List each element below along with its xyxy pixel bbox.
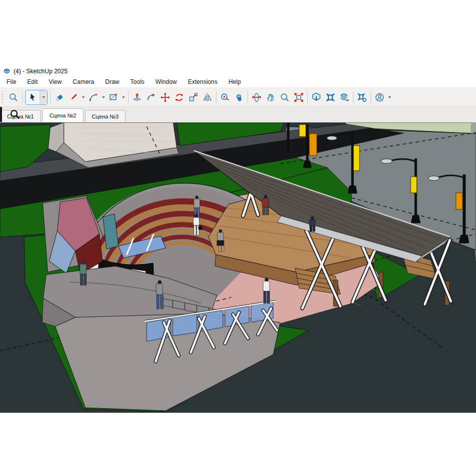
select-tool-group <box>25 90 48 105</box>
select-tool-button[interactable] <box>26 90 40 104</box>
rectangle-icon <box>108 92 119 103</box>
rotate-icon <box>174 92 185 103</box>
toolbar-separator <box>128 91 129 103</box>
zoom-icon <box>279 92 290 103</box>
search-icon <box>9 108 21 121</box>
scene-tab-bar: Сцена №1 Сцена №2 Сцена №3 <box>0 107 476 123</box>
follow-me-button[interactable] <box>144 90 158 105</box>
search-icon <box>8 92 19 103</box>
pan-button[interactable] <box>264 90 278 105</box>
scene-tab-3[interactable]: Сцена №3 <box>85 110 126 122</box>
chevron-down-icon[interactable] <box>388 96 391 98</box>
toolbar-separator <box>50 91 51 103</box>
zoom-extents-icon <box>293 92 304 103</box>
chevron-down-icon <box>42 96 45 98</box>
menu-extensions[interactable]: Extensions <box>182 76 223 87</box>
toolbar-separator <box>216 91 216 103</box>
push-pull-button[interactable] <box>130 90 144 105</box>
paint-bucket-button[interactable] <box>232 90 246 105</box>
trimble-connect-button[interactable] <box>323 90 337 105</box>
sketchup-logo-icon <box>3 67 11 75</box>
menu-edit[interactable]: Edit <box>22 76 43 87</box>
menu-draw[interactable]: Draw <box>100 76 125 87</box>
tape-measure-button[interactable] <box>218 90 232 105</box>
arc-tool-button[interactable] <box>86 90 100 105</box>
pan-hand-icon <box>265 92 276 103</box>
zoom-button[interactable] <box>278 90 292 105</box>
rectangle-tool-button[interactable] <box>106 90 121 105</box>
paint-bucket-icon <box>233 92 245 103</box>
zoom-extents-button[interactable] <box>292 90 306 105</box>
scale-icon <box>188 92 199 103</box>
move-button[interactable] <box>158 90 172 105</box>
flip-icon <box>202 92 213 103</box>
chevron-down-icon[interactable] <box>102 96 105 98</box>
extension-manager-icon <box>356 92 368 103</box>
3d-warehouse-icon <box>311 92 322 103</box>
toolbar-separator <box>307 91 308 103</box>
orbit-button[interactable] <box>250 90 264 105</box>
menu-file[interactable]: File <box>1 76 22 87</box>
eraser-icon <box>54 92 65 103</box>
select-tool-dropdown[interactable] <box>40 90 47 104</box>
toolbar-separator <box>353 91 353 103</box>
search-model-button[interactable] <box>9 108 21 121</box>
account-icon <box>374 92 385 103</box>
viewport-canvas[interactable]: ФИ ША <box>0 123 476 413</box>
account-button[interactable] <box>373 90 387 105</box>
freehand-pencil-button[interactable] <box>66 90 80 105</box>
rotate-button[interactable] <box>172 90 186 105</box>
scene-tab-2[interactable]: Сцена №2 <box>42 108 83 122</box>
share-model-icon <box>339 92 350 103</box>
chevron-down-icon[interactable] <box>82 96 85 98</box>
flip-button[interactable] <box>200 90 214 105</box>
main-toolbar <box>0 88 476 107</box>
search-button[interactable] <box>7 90 21 105</box>
sketchup-window: { "window": { "title": "(4) - SketchUp 2… <box>0 0 476 476</box>
menu-tools[interactable]: Tools <box>125 76 150 87</box>
menu-help[interactable]: Help <box>223 76 247 87</box>
share-model-button[interactable] <box>337 90 351 105</box>
toolbar-separator <box>248 91 248 103</box>
arc-icon <box>88 92 99 103</box>
toolbar-separator <box>22 91 23 103</box>
orbit-icon <box>251 92 262 103</box>
title-bar: (4) - SketchUp 2025 <box>0 66 476 76</box>
move-icon <box>160 92 171 103</box>
extension-manager-button[interactable] <box>355 90 369 105</box>
chevron-down-icon[interactable] <box>122 96 125 98</box>
menu-bar: File Edit View Camera Draw Tools Window … <box>0 76 476 88</box>
scale-button[interactable] <box>186 90 200 105</box>
pencil-icon <box>68 92 79 103</box>
3d-warehouse-button[interactable] <box>309 90 323 105</box>
menu-view[interactable]: View <box>43 76 67 87</box>
menu-camera[interactable]: Camera <box>67 76 100 87</box>
push-pull-icon <box>132 92 143 103</box>
toolbar-separator <box>371 91 371 103</box>
window-title: (4) - SketchUp 2025 <box>14 68 67 75</box>
follow-me-icon <box>146 92 157 103</box>
tape-measure-icon <box>219 92 230 103</box>
menu-window[interactable]: Window <box>150 76 183 87</box>
toolbar-grip[interactable] <box>2 91 5 103</box>
app-window: (4) - SketchUp 2025 File Edit View Camer… <box>0 66 476 413</box>
model-viewport[interactable]: ФИ ША <box>0 123 476 413</box>
trimble-connect-icon <box>325 92 336 103</box>
eraser-button[interactable] <box>52 90 66 105</box>
select-arrow-icon <box>28 92 38 102</box>
panel-edge <box>0 107 2 122</box>
